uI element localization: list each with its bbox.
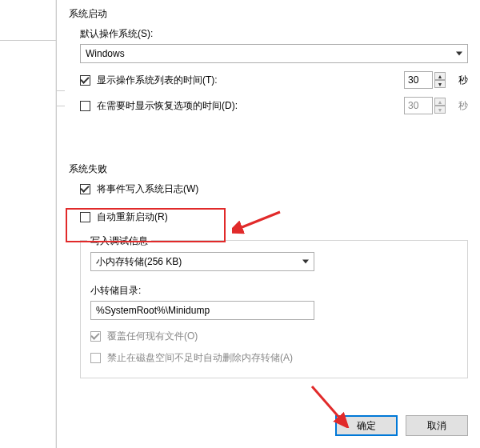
- auto-restart-label: 自动重新启动(R): [97, 210, 168, 224]
- write-log-label: 将事件写入系统日志(W): [97, 182, 198, 196]
- debug-group-title: 写入调试信息: [87, 234, 151, 248]
- show-recovery-seconds-spinner: ▲ ▼: [404, 97, 446, 114]
- cancel-button[interactable]: 取消: [406, 415, 468, 436]
- default-os-value: Windows: [86, 48, 125, 59]
- spinner-up-icon: ▲: [434, 98, 446, 106]
- chevron-down-icon: [456, 52, 462, 56]
- dump-dir-input[interactable]: [90, 301, 314, 320]
- show-recovery-label: 在需要时显示恢复选项的时间(D):: [97, 99, 238, 113]
- seconds-unit: 秒: [458, 74, 468, 87]
- no-delete-checkbox: [90, 353, 101, 363]
- default-os-label: 默认操作系统(S):: [80, 27, 468, 41]
- seconds-unit-disabled: 秒: [458, 99, 468, 113]
- chevron-down-icon: [302, 260, 309, 264]
- no-delete-label: 禁止在磁盘空间不足时自动删除内存转储(A): [107, 351, 293, 365]
- dialog-button-bar: 确定 取消: [335, 415, 468, 436]
- spinner-up-icon[interactable]: ▲: [434, 72, 446, 80]
- failure-section-title: 系统失败: [69, 162, 468, 176]
- ok-button[interactable]: 确定: [335, 415, 398, 436]
- settings-dialog: 系统启动 默认操作系统(S): Windows 显示操作系统列表的时间(T): …: [56, 0, 480, 448]
- overwrite-label: 覆盖任何现有文件(O): [107, 330, 198, 343]
- startup-section-title: 系统启动: [69, 7, 468, 21]
- show-os-list-seconds-spinner[interactable]: ▲ ▼: [404, 71, 446, 89]
- default-os-select[interactable]: Windows: [80, 44, 468, 63]
- tab-edge-fragment: [57, 90, 65, 106]
- show-recovery-seconds-input: [404, 97, 433, 114]
- background-pane: [0, 0, 56, 448]
- debug-type-value: 小内存转储(256 KB): [96, 255, 182, 269]
- debug-type-select[interactable]: 小内存转储(256 KB): [90, 252, 314, 271]
- show-os-list-seconds-input[interactable]: [404, 71, 433, 89]
- show-os-list-label: 显示操作系统列表的时间(T):: [97, 74, 218, 87]
- debug-info-group: 写入调试信息 小内存转储(256 KB) 小转储目录: 覆盖任何现有文件(O) …: [80, 240, 468, 378]
- overwrite-checkbox: [90, 331, 101, 342]
- show-recovery-checkbox[interactable]: [80, 101, 90, 111]
- auto-restart-checkbox[interactable]: [80, 212, 90, 222]
- show-os-list-checkbox[interactable]: [80, 75, 90, 86]
- dump-dir-label: 小转储目录:: [90, 284, 458, 298]
- write-log-checkbox[interactable]: [80, 184, 90, 194]
- spinner-down-icon[interactable]: ▼: [434, 80, 446, 88]
- dialog-content: 系统启动 默认操作系统(S): Windows 显示操作系统列表的时间(T): …: [69, 0, 468, 400]
- spinner-down-icon: ▼: [434, 106, 446, 114]
- background-divider: [0, 40, 56, 41]
